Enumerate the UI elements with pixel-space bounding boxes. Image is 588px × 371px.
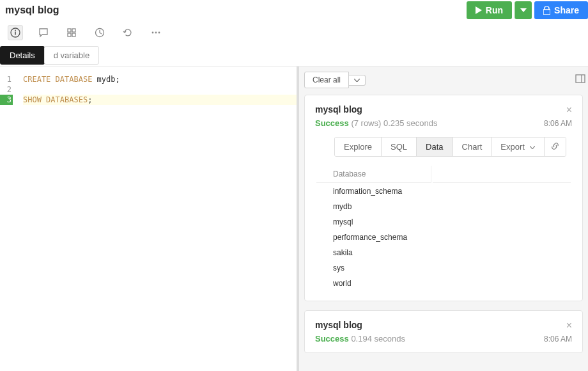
table-row: world (316, 276, 571, 290)
close-icon[interactable]: × (566, 104, 572, 116)
tab-variable[interactable]: d variable (44, 46, 99, 65)
timestamp: 8:06 AM (544, 335, 572, 343)
result-tab-link[interactable] (545, 138, 566, 156)
run-button-label: Run (486, 5, 503, 15)
run-dropdown-button[interactable] (514, 1, 532, 19)
svg-point-10 (159, 32, 160, 34)
lock-icon (543, 6, 550, 15)
chevron-down-icon (520, 8, 527, 12)
chevron-down-icon (530, 146, 535, 149)
table-row: information_schema (316, 184, 571, 198)
result-card: mysql blog × Success 0.194 seconds 8:06 … (304, 310, 583, 353)
panel-toggle-icon[interactable] (575, 74, 585, 83)
svg-rect-2 (15, 32, 16, 35)
svg-rect-6 (72, 33, 75, 36)
timestamp: 8:06 AM (544, 119, 572, 128)
svg-rect-11 (576, 75, 585, 83)
tab-details[interactable]: Details (0, 46, 45, 65)
history-icon[interactable] (120, 25, 135, 40)
result-title: mysql blog (315, 320, 362, 330)
code-editor[interactable]: 1 2 3 CREATE DATABASE mydb; SHOW DATABAS… (0, 67, 297, 371)
results-panel: Clear all mysql blog × Success (7 rows) … (297, 67, 588, 371)
run-button[interactable]: Run (467, 1, 512, 19)
result-card: mysql blog × Success (7 rows) 0.235 seco… (304, 95, 583, 301)
table-row: performance_schema (316, 230, 571, 244)
share-button-label: Share (554, 5, 579, 15)
svg-point-9 (155, 32, 157, 34)
grid-icon[interactable] (64, 25, 79, 40)
play-icon (476, 6, 482, 14)
info-icon[interactable] (8, 25, 23, 40)
svg-rect-5 (68, 33, 71, 36)
clock-icon[interactable] (92, 25, 107, 40)
result-tab-chart[interactable]: Chart (453, 138, 492, 156)
result-tab-data[interactable]: Data (417, 138, 453, 156)
table-row: sakila (316, 246, 571, 260)
comment-icon[interactable] (36, 25, 51, 40)
table-header: Database (316, 166, 431, 183)
link-icon (551, 142, 559, 150)
status-badge: Success (315, 334, 349, 343)
chevron-down-icon (354, 79, 360, 82)
svg-rect-3 (68, 29, 71, 32)
svg-point-1 (15, 30, 16, 31)
svg-rect-4 (72, 29, 75, 32)
result-tab-export[interactable]: Export (491, 138, 544, 156)
table-row: mysql (316, 215, 571, 229)
page-title: mysql blog (5, 4, 59, 16)
status-meta: 0.194 seconds (351, 334, 405, 343)
more-icon[interactable] (148, 25, 164, 40)
result-tab-sql[interactable]: SQL (382, 138, 417, 156)
table-row: sys (316, 261, 571, 275)
result-title: mysql blog (315, 104, 362, 114)
table-row: mydb (316, 200, 571, 214)
result-table: Database information_schema mydb mysql p… (315, 164, 572, 292)
result-tab-explore[interactable]: Explore (335, 138, 382, 156)
clear-all-button[interactable]: Clear all (304, 72, 349, 88)
status-meta: (7 rows) 0.235 seconds (351, 118, 437, 128)
svg-point-8 (152, 32, 154, 34)
close-icon[interactable]: × (566, 320, 572, 331)
clear-dropdown-button[interactable] (349, 75, 366, 86)
line-gutter: 1 2 3 (0, 74, 15, 371)
status-badge: Success (315, 118, 349, 128)
share-button[interactable]: Share (534, 1, 588, 19)
